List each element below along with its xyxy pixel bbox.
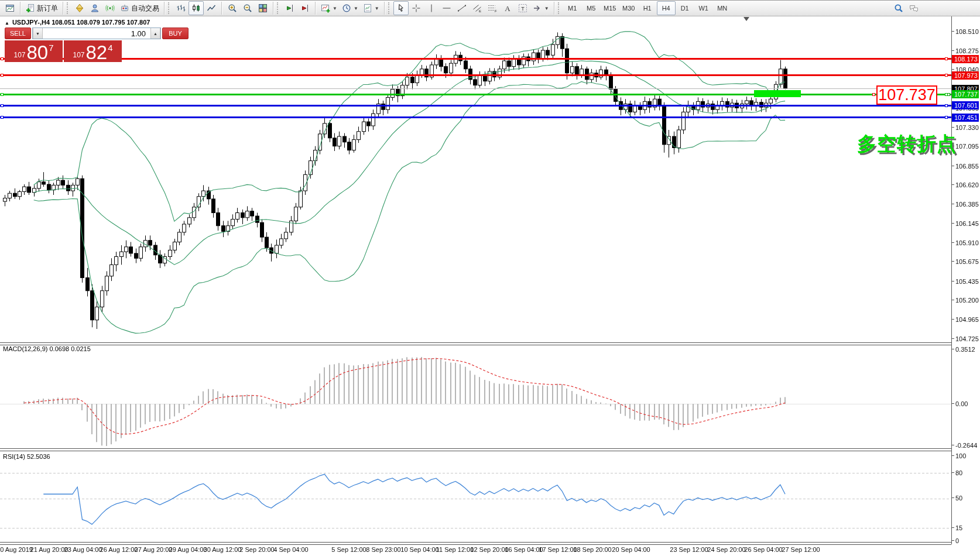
support-line-1[interactable] — [0, 105, 951, 107]
toolbar-separator — [384, 2, 385, 15]
callout-right-marker[interactable] — [947, 93, 950, 96]
one-click-trading-panel: SELL ▼ ▲ BUY 107 80 7 107 82 4 — [5, 28, 122, 62]
tf-mn[interactable]: MN — [713, 1, 732, 15]
search-icon — [894, 4, 903, 13]
sell-price-box[interactable]: 107 80 7 — [5, 40, 63, 62]
tf-d1[interactable]: D1 — [676, 1, 694, 15]
support-line-2-endpoint[interactable] — [1, 116, 4, 119]
resistance-line-2-endpoint[interactable] — [1, 74, 4, 77]
text-button[interactable]: A — [500, 1, 515, 15]
toolbar-drag-handle[interactable] — [277, 2, 280, 14]
toolbar-separator — [221, 2, 222, 15]
toolbar-drag-handle[interactable] — [558, 2, 561, 14]
volume-increase-button[interactable]: ▲ — [150, 28, 160, 39]
zoom-in-button[interactable] — [225, 1, 240, 15]
price-chart-canvas[interactable] — [0, 0, 980, 556]
chart-window-icon[interactable] — [2, 1, 18, 15]
tf-m30-label: M30 — [622, 5, 635, 12]
label-button[interactable]: T — [515, 1, 530, 15]
tile-windows-button[interactable] — [255, 1, 270, 15]
toolbar-group: EFAT▼ — [393, 1, 551, 16]
tf-mn-label: MN — [717, 5, 727, 12]
tf-m15[interactable]: M15 — [601, 1, 619, 15]
resistance-line-1-endpoint[interactable] — [945, 57, 948, 60]
candle-chart-button[interactable] — [189, 1, 204, 15]
toolbar-group: 新订单 — [23, 1, 60, 16]
chevron-down-icon[interactable]: ▼ — [375, 6, 379, 11]
chevron-down-icon[interactable]: ▼ — [333, 6, 337, 11]
vline-button[interactable] — [424, 1, 439, 15]
chat-button[interactable] — [906, 1, 921, 15]
toolbar-group: ▼▼▼ — [318, 1, 382, 16]
tf-h4-label: H4 — [662, 5, 670, 12]
chevron-down-icon[interactable]: ▼ — [544, 6, 549, 11]
buy-button[interactable]: BUY — [162, 28, 189, 39]
tf-m5[interactable]: M5 — [582, 1, 601, 15]
tf-m30[interactable]: M30 — [619, 1, 638, 15]
sell-button[interactable]: SELL — [5, 28, 31, 39]
tf-h1[interactable]: H1 — [638, 1, 657, 15]
tf-h4[interactable]: H4 — [657, 1, 676, 15]
chart-window-icon-icon — [5, 4, 15, 13]
channel-button[interactable]: E — [470, 1, 485, 15]
resistance-line-2-endpoint[interactable] — [945, 74, 948, 77]
line-chart-button[interactable] — [204, 1, 219, 15]
bar-chart-button[interactable] — [173, 1, 189, 15]
toolbar-group — [173, 1, 219, 16]
support-line-1-endpoint[interactable] — [1, 104, 4, 107]
resistance-line-1[interactable] — [0, 58, 951, 60]
cursor-button[interactable] — [393, 1, 409, 15]
buy-price-box[interactable]: 107 82 4 — [64, 40, 122, 62]
big-price-callout[interactable]: 107.737 — [876, 85, 937, 105]
toolbar-drag-handle[interactable] — [388, 2, 391, 14]
svg-text:T: T — [521, 6, 525, 12]
indicators-button[interactable]: ▼ — [318, 1, 340, 15]
new-order-button[interactable]: 新订单 — [23, 1, 60, 15]
resistance-line-1-endpoint[interactable] — [1, 57, 4, 60]
fibo-icon: F — [488, 4, 497, 13]
shapes-button[interactable]: ▼ — [530, 1, 551, 15]
svg-text:A: A — [505, 4, 510, 13]
toolbar-drag-handle[interactable] — [168, 2, 171, 14]
toolbar-separator — [315, 2, 316, 15]
tf-m1[interactable]: M1 — [563, 1, 582, 15]
panel-collapse-icon[interactable]: ▲ — [5, 20, 9, 26]
volume-input[interactable] — [43, 28, 150, 39]
sell-price-prefix: 107 — [13, 51, 25, 59]
support-line-2[interactable] — [0, 116, 951, 118]
resistance-line-2[interactable] — [0, 74, 951, 76]
quotes-button[interactable] — [72, 1, 87, 15]
signals-button[interactable] — [102, 1, 118, 15]
periods-button[interactable]: ▼ — [340, 1, 361, 15]
autoscroll-button[interactable] — [282, 1, 297, 15]
highlight-rectangle[interactable] — [754, 90, 801, 97]
toolbar-group — [2, 1, 18, 16]
toolbar-drag-handle[interactable] — [67, 2, 70, 14]
tf-w1[interactable]: W1 — [694, 1, 713, 15]
callout-left-marker[interactable] — [872, 93, 875, 96]
shapes-icon — [533, 4, 542, 13]
chevron-down-icon[interactable]: ▼ — [354, 6, 358, 11]
chart-shift-button[interactable] — [297, 1, 313, 15]
pivot-line-endpoint[interactable] — [1, 93, 4, 96]
chat-icon — [909, 4, 919, 13]
support-line-2-endpoint[interactable] — [945, 116, 948, 119]
fibo-button[interactable]: F — [485, 1, 500, 15]
profile-button[interactable] — [87, 1, 102, 15]
volume-decrease-button[interactable]: ▼ — [33, 28, 43, 39]
trendline-button[interactable] — [454, 1, 470, 15]
templates-button[interactable]: ▼ — [361, 1, 382, 15]
pivot-line[interactable] — [0, 94, 951, 95]
hline-icon — [442, 4, 451, 13]
hline-button[interactable] — [439, 1, 454, 15]
autotrade-button[interactable]: 自动交易 — [118, 1, 162, 15]
crosshair-icon — [412, 4, 421, 13]
crosshair-button[interactable] — [409, 1, 424, 15]
zoom-out-button[interactable] — [240, 1, 255, 15]
new-order-button-label: 新订单 — [37, 4, 58, 13]
tf-d1-label: D1 — [681, 5, 689, 12]
bar-chart-icon — [176, 4, 186, 13]
support-line-1-endpoint[interactable] — [945, 104, 948, 107]
toolbar-group: M1M5M15M30H1H4D1W1MN — [563, 1, 732, 16]
search-button[interactable] — [891, 1, 906, 15]
